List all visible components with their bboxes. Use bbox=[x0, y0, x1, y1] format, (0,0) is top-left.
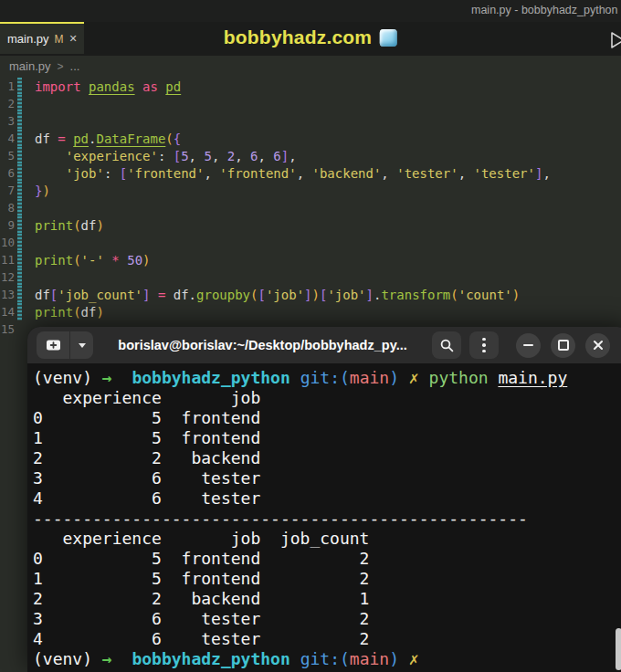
code-line[interactable]: 5 'experience': [5, 5, 2, 6, 6], bbox=[0, 147, 621, 164]
code-token-pl: , bbox=[258, 149, 274, 163]
code-token-b2: ] bbox=[304, 288, 311, 302]
terminal-title: borislav@borislav:~/Desktop/bobbyhadz_py… bbox=[93, 338, 432, 352]
new-tab-icon bbox=[46, 338, 61, 352]
code-token-fn: print bbox=[35, 253, 73, 268]
run-python-file-button[interactable] bbox=[607, 30, 621, 50]
code-line[interactable]: 13df['job_count'] = df.groupby(['job'])[… bbox=[0, 286, 621, 303]
close-button[interactable] bbox=[585, 333, 610, 358]
terminal-token-fg bbox=[290, 649, 300, 668]
maximize-button[interactable] bbox=[551, 333, 575, 358]
code-line[interactable]: 8 bbox=[0, 199, 621, 216]
code-token-b1: ( bbox=[73, 218, 80, 233]
code-token-pl bbox=[120, 253, 127, 268]
terminal-line: 2 2 backend bbox=[33, 448, 621, 468]
code-token-b1: ) bbox=[312, 288, 320, 302]
line-number: 10 bbox=[0, 236, 15, 249]
terminal-token-fg bbox=[419, 368, 429, 387]
tab-main-py[interactable]: main.py M ✕ bbox=[0, 22, 84, 54]
code-token-num: 5 bbox=[181, 149, 188, 163]
maximize-icon bbox=[558, 340, 569, 351]
terminal-output[interactable]: (venv) → bobbyhadz_python git:(main) ✗ p… bbox=[27, 363, 621, 669]
code-line[interactable]: 2 bbox=[0, 95, 621, 112]
code-token-b1: ( bbox=[450, 288, 458, 302]
terminal-line: ----------------------------------------… bbox=[33, 509, 621, 529]
breadcrumb-ellipsis[interactable]: ... bbox=[70, 59, 80, 73]
code-line-text: df = pd.DataFrame({ bbox=[35, 131, 181, 146]
line-number: 2 bbox=[0, 97, 15, 110]
minimize-button[interactable] bbox=[516, 333, 541, 358]
terminal-token-cross: ✗ bbox=[409, 368, 419, 387]
modified-gutter-indicator bbox=[17, 268, 22, 286]
modified-gutter-indicator bbox=[17, 286, 22, 303]
modified-gutter-indicator bbox=[17, 303, 22, 320]
code-line[interactable]: 1import pandas as pd bbox=[0, 78, 621, 95]
code-token-pl: , bbox=[297, 166, 312, 181]
terminal-token-out: 1 5 frontend bbox=[33, 428, 260, 447]
terminal-line: 0 5 frontend 2 bbox=[33, 549, 621, 569]
code-line-text: }) bbox=[35, 184, 50, 198]
new-tab-button[interactable] bbox=[37, 331, 70, 359]
breadcrumb[interactable]: main.py > ... bbox=[0, 56, 621, 77]
close-icon bbox=[593, 340, 604, 351]
line-number: 6 bbox=[0, 166, 15, 180]
terminal-window: borislav@borislav:~/Desktop/bobbyhadz_py… bbox=[27, 327, 621, 672]
code-token-str: 'job' bbox=[327, 288, 365, 302]
code-token-b1: ) bbox=[512, 288, 520, 302]
terminal-token-cmd: python bbox=[429, 368, 489, 387]
code-token-b1: ) bbox=[42, 184, 49, 198]
code-line[interactable]: 6 'job': ['frontend', 'frontend', 'backe… bbox=[0, 164, 621, 182]
code-token-mod: pandas bbox=[89, 79, 135, 94]
breadcrumb-file[interactable]: main.py bbox=[9, 59, 51, 73]
editor-tab-strip: main.py M ✕ bobbyhadz.com bbox=[0, 22, 621, 56]
code-token-pl: df bbox=[35, 131, 58, 146]
code-token-pl: : bbox=[158, 149, 174, 163]
new-tab-dropdown-button[interactable] bbox=[70, 331, 93, 359]
code-token-b1: ) bbox=[96, 305, 103, 320]
code-line[interactable]: 4df = pd.DataFrame({ bbox=[0, 130, 621, 147]
code-token-str: 'frontend' bbox=[127, 166, 204, 181]
code-line[interactable]: 7}) bbox=[0, 182, 621, 199]
code-token-fn: groupby bbox=[196, 288, 250, 302]
code-line[interactable]: 9print(df) bbox=[0, 216, 621, 234]
modified-gutter-indicator bbox=[17, 78, 22, 95]
code-token-b1: ) bbox=[96, 218, 103, 233]
ice-cube-icon bbox=[380, 29, 397, 47]
code-line[interactable]: 14print(df) bbox=[0, 303, 621, 320]
terminal-token-out: 3 6 tester 2 bbox=[33, 609, 369, 628]
terminal-search-button[interactable] bbox=[432, 331, 461, 359]
code-token-pl bbox=[135, 79, 142, 94]
line-number: 3 bbox=[0, 114, 15, 128]
code-token-pl: , bbox=[381, 166, 396, 181]
modified-gutter-indicator bbox=[17, 251, 22, 268]
terminal-token-arg: main.py bbox=[498, 368, 567, 387]
code-token-pl bbox=[81, 79, 89, 94]
code-token-str: 'backend' bbox=[311, 166, 381, 181]
code-line-text: df['job_count'] = df.groupby(['job'])['j… bbox=[35, 288, 520, 302]
code-line[interactable]: 11print('-' * 50) bbox=[0, 251, 621, 268]
code-line-text: 'experience': [5, 5, 2, 6, 6], bbox=[35, 149, 297, 163]
terminal-menu-button[interactable] bbox=[469, 331, 499, 359]
terminal-token-branch: main bbox=[350, 368, 389, 387]
modified-gutter-indicator bbox=[17, 112, 22, 130]
terminal-token-fg bbox=[290, 368, 300, 387]
terminal-line: 3 6 tester bbox=[33, 468, 621, 488]
terminal-scrollbar-thumb[interactable] bbox=[616, 628, 621, 670]
code-token-pl: df bbox=[81, 305, 97, 320]
code-line[interactable]: 10 bbox=[0, 234, 621, 251]
line-number: 5 bbox=[0, 149, 15, 163]
terminal-token-git: ) bbox=[389, 649, 399, 668]
terminal-token-fg bbox=[112, 368, 132, 387]
tab-close-icon[interactable]: ✕ bbox=[69, 33, 78, 45]
code-line[interactable]: 3 bbox=[0, 112, 621, 130]
code-line[interactable]: 12 bbox=[0, 268, 621, 286]
magnifier-icon bbox=[439, 338, 455, 353]
line-number: 15 bbox=[0, 322, 15, 336]
terminal-token-out: experience job bbox=[33, 388, 260, 407]
code-token-pl: df. bbox=[165, 288, 196, 302]
modified-gutter-indicator bbox=[17, 147, 22, 164]
code-line-text: print('-' * 50) bbox=[35, 253, 151, 268]
code-token-num: 2 bbox=[227, 149, 235, 163]
terminal-line: experience job job_count bbox=[33, 529, 621, 549]
modified-gutter-indicator bbox=[17, 199, 22, 216]
line-number: 4 bbox=[0, 131, 15, 145]
